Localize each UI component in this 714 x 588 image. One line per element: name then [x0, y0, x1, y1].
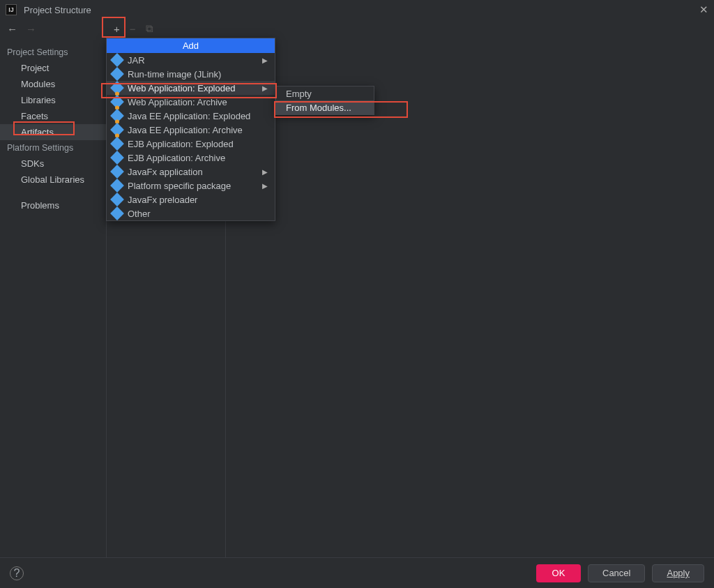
sidebar-item-artifacts[interactable]: Artifacts	[0, 124, 106, 140]
chevron-right-icon: ▶	[262, 56, 268, 64]
add-artifact-menu: Add JAR▶Run-time image (JLink)Web Applic…	[106, 38, 275, 221]
artifact-type-icon	[110, 193, 124, 206]
chevron-right-icon: ▶	[262, 182, 268, 190]
artifact-type-icon	[110, 53, 124, 67]
menu-item[interactable]: Other	[107, 206, 275, 220]
artifact-type-icon	[110, 109, 124, 123]
menu-item-label: Platform specific package	[128, 181, 262, 191]
menu-item[interactable]: Platform specific package▶	[107, 179, 275, 193]
menu-item-label: Java EE Application: Exploded	[128, 111, 268, 121]
sidebar-heading-project-settings: Project Settings	[0, 45, 106, 60]
menu-item-label: EJB Application: Archive	[128, 153, 268, 163]
sidebar-heading-platform-settings: Platform Settings	[0, 140, 106, 156]
artifact-type-icon	[110, 67, 124, 81]
artifact-type-icon	[110, 151, 124, 165]
chevron-right-icon: ▶	[262, 168, 268, 176]
menu-item[interactable]: Java EE Application: Archive	[107, 123, 275, 137]
web-app-exploded-submenu: EmptyFrom Modules...	[275, 86, 374, 115]
window-title: Project Structure	[24, 5, 91, 15]
remove-icon: −	[130, 23, 136, 35]
apply-button-label: Apply	[667, 568, 690, 578]
menu-item[interactable]: JavaFx preloader	[107, 193, 275, 206]
artifact-type-icon	[110, 81, 124, 95]
sidebar-item-modules[interactable]: Modules	[0, 76, 106, 92]
menu-item[interactable]: JavaFx application▶	[107, 165, 275, 179]
submenu-item[interactable]: Empty	[276, 86, 374, 100]
sidebar-item-global-libraries[interactable]: Global Libraries	[0, 172, 106, 188]
copy-icon: ⧉	[146, 22, 153, 35]
app-icon: IJ	[6, 4, 17, 15]
menu-item[interactable]: EJB Application: Archive	[107, 151, 275, 165]
sidebar-item-facets[interactable]: Facets	[0, 108, 106, 124]
menu-header-add: Add	[107, 38, 275, 53]
menu-item-label: JAR	[128, 55, 262, 66]
menu-item-label: EJB Application: Exploded	[128, 139, 268, 149]
submenu-item[interactable]: From Modules...	[276, 100, 374, 114]
artifact-type-icon	[110, 179, 124, 193]
back-icon[interactable]: ←	[7, 23, 17, 35]
content-pane	[226, 38, 714, 563]
forward-icon: →	[26, 23, 36, 35]
menu-item[interactable]: JAR▶	[107, 53, 275, 67]
menu-item[interactable]: Java EE Application: Exploded	[107, 109, 275, 123]
artifact-type-icon	[110, 95, 124, 109]
sidebar: Project Settings Project Modules Librari…	[0, 38, 106, 563]
sidebar-item-project[interactable]: Project	[0, 60, 106, 76]
menu-item[interactable]: Web Application: Archive	[107, 95, 275, 109]
ok-button[interactable]: OK	[536, 564, 581, 582]
sidebar-item-sdks[interactable]: SDKs	[0, 156, 106, 172]
titlebar: IJ Project Structure ✕	[0, 0, 714, 20]
artifact-type-icon	[110, 165, 124, 179]
close-icon[interactable]: ✕	[699, 3, 708, 16]
submenu-item-label: Empty	[286, 89, 367, 99]
cancel-button[interactable]: Cancel	[588, 564, 645, 582]
submenu-item-label: From Modules...	[286, 103, 367, 113]
menu-item-label: Java EE Application: Archive	[128, 125, 268, 135]
sidebar-item-libraries[interactable]: Libraries	[0, 92, 106, 108]
artifact-type-icon	[110, 206, 124, 220]
dialog-footer: ? OK Cancel Apply	[0, 557, 714, 588]
menu-item[interactable]: Web Application: Exploded▶	[107, 81, 275, 95]
artifact-type-icon	[110, 137, 124, 151]
menu-item-label: Web Application: Exploded	[128, 83, 262, 93]
menu-item-label: JavaFx application	[128, 167, 262, 177]
menu-item[interactable]: EJB Application: Exploded	[107, 137, 275, 151]
menu-item-label: Run-time image (JLink)	[128, 69, 268, 80]
apply-button[interactable]: Apply	[652, 564, 704, 582]
menu-item-label: Web Application: Archive	[128, 97, 268, 107]
menu-item[interactable]: Run-time image (JLink)	[107, 67, 275, 81]
sidebar-item-problems[interactable]: Problems	[0, 197, 106, 213]
chevron-right-icon: ▶	[262, 84, 268, 92]
help-icon[interactable]: ?	[10, 566, 24, 580]
menu-item-label: Other	[128, 209, 268, 219]
menu-item-label: JavaFx preloader	[128, 195, 268, 205]
artifact-type-icon	[110, 123, 124, 137]
add-icon[interactable]: +	[114, 23, 120, 35]
